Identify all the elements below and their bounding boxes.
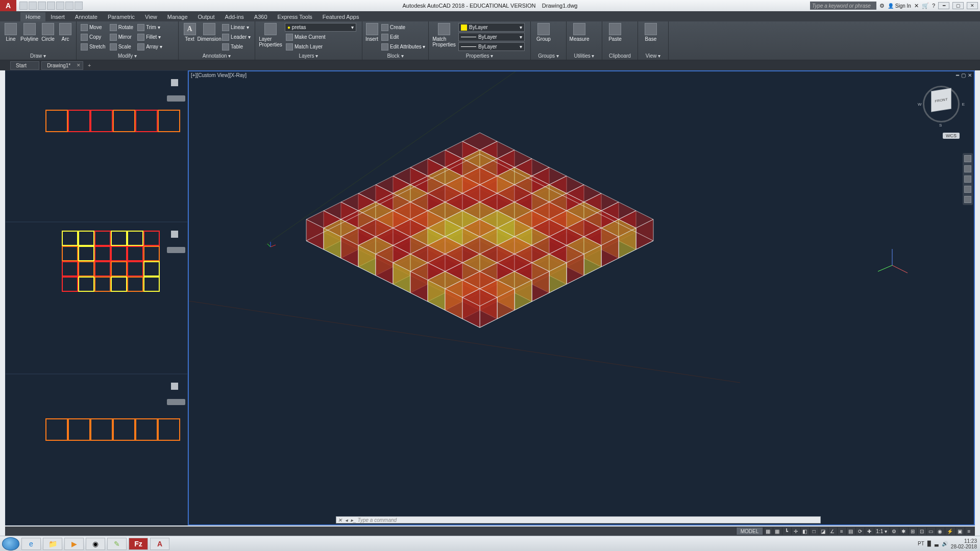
viewport-mid-left[interactable] (5, 222, 188, 373)
doctab-drawing1[interactable]: Drawing1*✕ (41, 61, 83, 70)
qat-save-icon[interactable] (38, 2, 46, 10)
trim-button[interactable]: Trim ▾ (136, 23, 163, 32)
app-logo[interactable]: A (0, 0, 16, 11)
vp-restore-icon[interactable] (167, 95, 185, 102)
layer-combo[interactable]: ● pretas▾ (285, 23, 356, 32)
color-combo[interactable]: ByLayer▾ (458, 23, 525, 32)
panel-view-title[interactable]: View ▾ (641, 52, 665, 60)
quick-access-toolbar (19, 2, 83, 10)
stretch-button[interactable]: Stretch (80, 42, 107, 51)
polyline-button[interactable]: Polyline (20, 23, 38, 42)
viewport-main[interactable]: [+][Custom View][X-Ray] ━ ▢ ✕ (188, 70, 743, 416)
polyline-icon (23, 23, 36, 35)
qat-new-icon[interactable] (19, 2, 28, 10)
paste-button[interactable]: Paste (605, 23, 625, 42)
group-button[interactable]: Group (534, 23, 553, 42)
title-bar: A Autodesk AutoCAD 2018 - EDUCATIONAL VE… (0, 0, 743, 11)
panel-block-title[interactable]: Block ▾ (365, 52, 425, 60)
panel-annotation-title[interactable]: Annotation ▾ (182, 52, 252, 60)
vp-minimize-icon[interactable] (171, 231, 178, 238)
tab-featured[interactable]: Featured Apps (317, 12, 364, 21)
table-icon (222, 43, 229, 51)
match-layer-button[interactable]: Match Layer (285, 42, 359, 51)
tab-express[interactable]: Express Tools (273, 12, 317, 21)
copy-icon (81, 34, 88, 41)
stretch-icon (81, 43, 88, 51)
tab-a360[interactable]: A360 (249, 12, 273, 21)
tab-view[interactable]: View (140, 12, 162, 21)
panel-properties-title[interactable]: Properties ▾ (432, 52, 527, 60)
tab-annotate[interactable]: Annotate (70, 12, 103, 21)
qat-plot-icon[interactable] (56, 2, 64, 10)
base-button[interactable]: Base (641, 23, 660, 42)
move-icon (81, 24, 88, 31)
edit-icon (381, 34, 388, 41)
edit-attr-button[interactable]: Edit Attributes ▾ (380, 42, 426, 51)
viewport-top-left[interactable] (5, 70, 188, 222)
scale-icon (110, 43, 117, 51)
mirror-icon (110, 34, 117, 41)
arc-button[interactable]: Arc (58, 23, 73, 42)
tab-manage[interactable]: Manage (162, 12, 193, 21)
doctab-start[interactable]: Start (10, 61, 39, 70)
create-block-button[interactable]: Create (380, 23, 426, 32)
mirror-button[interactable]: Mirror (109, 33, 134, 41)
leader-button[interactable]: Leader ▾ (221, 33, 252, 41)
line-icon (5, 23, 17, 35)
vp-restore-icon[interactable] (167, 399, 185, 405)
fillet-button[interactable]: Fillet ▾ (136, 33, 163, 41)
line-button[interactable]: Line (3, 23, 18, 42)
panel-utilities-title[interactable]: Utilities ▾ (570, 52, 599, 60)
tab-insert[interactable]: Insert (45, 12, 70, 21)
layer-properties-button[interactable]: Layer Properties (258, 23, 283, 47)
vp-minimize-icon[interactable] (171, 79, 178, 86)
layers-icon (264, 23, 277, 35)
text-icon: A (184, 23, 196, 35)
panel-groups-title[interactable]: Groups ▾ (534, 52, 563, 60)
rotate-icon (110, 24, 117, 31)
panel-draw-title[interactable]: Draw ▾ (3, 52, 73, 60)
vp-restore-icon[interactable] (167, 247, 185, 253)
makecurrent-icon (286, 34, 293, 41)
app-title: Autodesk AutoCAD 2018 - EDUCATIONAL VERS… (403, 3, 536, 9)
measure-button[interactable]: Measure (570, 23, 589, 42)
doc-name: Drawing1.dwg (542, 3, 578, 9)
close-tab-icon[interactable]: ✕ (77, 63, 81, 68)
qat-undo-icon[interactable] (65, 2, 74, 10)
scale-button[interactable]: Scale (109, 42, 134, 51)
insert-button[interactable]: Insert (365, 23, 378, 42)
dimension-button[interactable]: Dimension (200, 23, 219, 42)
vp-minimize-icon[interactable] (171, 383, 178, 390)
linetype-combo[interactable]: ByLayer▾ (458, 42, 525, 51)
tab-addins[interactable]: Add-ins (220, 12, 249, 21)
paste-icon (609, 23, 621, 35)
svg-line-304 (267, 244, 271, 247)
linear-icon (222, 24, 229, 31)
circle-icon (42, 23, 54, 35)
new-tab-button[interactable]: + (85, 61, 93, 69)
tab-parametric[interactable]: Parametric (103, 12, 140, 21)
make-current-button[interactable]: Make Current (285, 33, 359, 41)
insert-icon (366, 23, 378, 35)
tab-output[interactable]: Output (193, 12, 220, 21)
array-icon (137, 43, 144, 51)
table-button[interactable]: Table (221, 42, 252, 51)
copy-button[interactable]: Copy (80, 33, 107, 41)
viewport-bot-left[interactable] (5, 374, 188, 416)
panel-layers-title[interactable]: Layers ▾ (258, 52, 359, 60)
qat-open-icon[interactable] (29, 2, 37, 10)
array-button[interactable]: Array ▾ (136, 42, 163, 51)
panel-modify-title[interactable]: Modify ▾ (80, 52, 175, 60)
match-properties-button[interactable]: Match Properties (432, 23, 456, 47)
circle-button[interactable]: Circle (40, 23, 56, 42)
move-button[interactable]: Move (80, 23, 107, 32)
qat-saveas-icon[interactable] (47, 2, 55, 10)
lineweight-combo[interactable]: ByLayer▾ (458, 33, 525, 41)
edit-block-button[interactable]: Edit (380, 33, 426, 41)
linear-button[interactable]: Linear ▾ (221, 23, 252, 32)
text-button[interactable]: AText (182, 23, 198, 42)
qat-redo-icon[interactable] (75, 2, 83, 10)
rotate-button[interactable]: Rotate (109, 23, 134, 32)
tab-home[interactable]: Home (20, 12, 45, 21)
workspace: [+][Custom View][X-Ray] ━ ▢ ✕ (5, 70, 743, 416)
